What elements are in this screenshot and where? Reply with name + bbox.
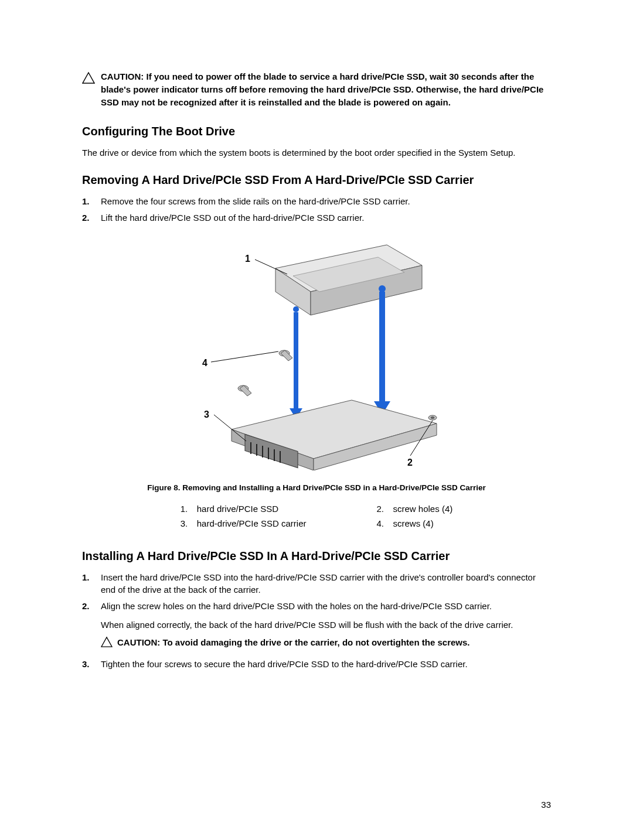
svg-point-7 [379,285,386,292]
list-item: 1. Remove the four screws from the slide… [82,195,551,208]
hard-drive-ssd-graphic [275,245,422,315]
heading-installing-hard-drive: Installing A Hard Drive/PCIe SSD In A Ha… [82,549,551,563]
legend-number: 1. [181,504,197,514]
step-main: Align the screw holes on the hard drive/… [101,601,492,611]
boot-drive-description: The drive or device from which the syste… [82,146,551,159]
legend-text: screw holes (4) [393,504,453,514]
legend-number: 2. [377,504,393,514]
figure-caption: Figure 8. Removing and Installing a Hard… [82,483,551,492]
removing-steps-list: 1. Remove the four screws from the slide… [82,195,551,224]
callout-4: 4 [202,358,207,368]
step-number: 1. [82,195,101,208]
callout-1: 1 [245,254,250,264]
step-text: Lift the hard drive/PCIe SSD out of the … [101,211,551,224]
list-item: 2. Lift the hard drive/PCIe SSD out of t… [82,211,551,224]
legend-number: 4. [377,518,393,528]
carrier-graphic [232,400,437,470]
legend-item: 3. hard-drive/PCIe SSD carrier [181,518,307,528]
caution-icon [82,71,95,87]
legend-item: 4. screws (4) [377,518,453,528]
caution-icon [101,636,113,651]
heading-removing-hard-drive: Removing A Hard Drive/PCIe SSD From A Ha… [82,173,551,187]
caution-power-off: CAUTION: If you need to power off the bl… [82,70,551,108]
screw-graphic [279,350,292,361]
screw-hole-graphic [428,415,437,420]
step-text: Align the screw holes on the hard drive/… [101,600,551,654]
step-note: When aligned correctly, the back of the … [101,619,551,631]
step-number: 1. [82,571,101,584]
figure-container: 1 4 3 2 [82,236,551,473]
list-item: 3. Tighten the four screws to secure the… [82,658,551,671]
installing-steps-list: 1. Insert the hard drive/PCIe SSD into t… [82,571,551,671]
step-text: Tighten the four screws to secure the ha… [101,658,551,671]
arrow-down-icon [290,306,302,419]
caution-text: CAUTION: To avoid damaging the drive or … [117,636,470,649]
list-item: 2. Align the screw holes on the hard dri… [82,600,551,654]
step-number: 2. [82,211,101,224]
svg-line-26 [211,351,278,362]
arrow-down-icon [374,285,390,415]
figure-hard-drive-carrier: 1 4 3 2 [176,236,457,470]
svg-point-24 [431,416,434,418]
caution-text: CAUTION: If you need to power off the bl… [101,70,551,108]
step-number: 2. [82,600,101,613]
step-text: Remove the four screws from the slide ra… [101,195,551,208]
caution-overtighten: CAUTION: To avoid damaging the drive or … [101,636,551,651]
figure-legend: 1. hard drive/PCIe SSD 3. hard-drive/PCI… [82,504,551,533]
svg-marker-29 [101,637,112,646]
legend-item: 2. screw holes (4) [377,504,453,514]
page-number: 33 [541,800,551,810]
svg-marker-0 [83,73,94,83]
legend-text: hard drive/PCIe SSD [197,504,278,514]
svg-point-10 [293,306,299,312]
legend-number: 3. [181,518,197,528]
list-item: 1. Insert the hard drive/PCIe SSD into t… [82,571,551,597]
legend-item: 1. hard drive/PCIe SSD [181,504,307,514]
step-number: 3. [82,658,101,671]
callout-2: 2 [407,457,413,467]
legend-text: screws (4) [393,518,434,528]
step-text: Insert the hard drive/PCIe SSD into the … [101,571,551,597]
screw-graphic [238,385,251,396]
legend-text: hard-drive/PCIe SSD carrier [197,518,307,528]
heading-configuring-boot-drive: Configuring The Boot Drive [82,125,551,138]
callout-3: 3 [204,409,209,419]
